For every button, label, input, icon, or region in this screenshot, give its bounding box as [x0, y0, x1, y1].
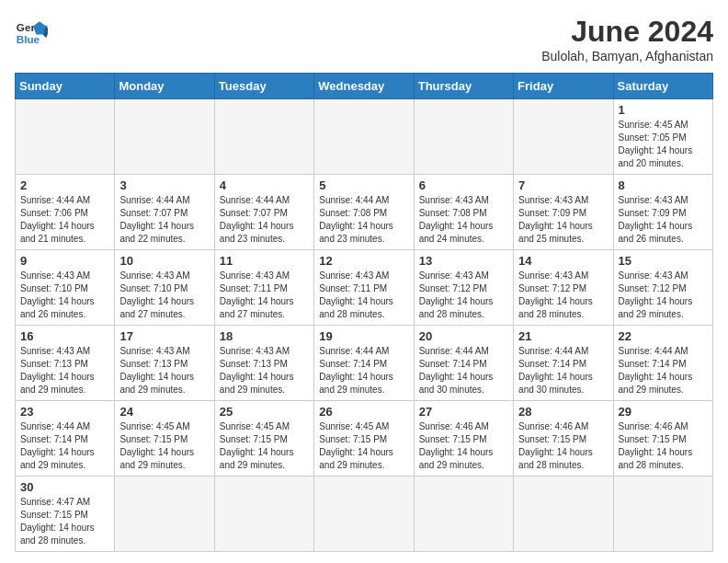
calendar-cell: 24Sunrise: 4:45 AM Sunset: 7:15 PM Dayli… — [115, 401, 214, 477]
calendar-row: 30Sunrise: 4:47 AM Sunset: 7:15 PM Dayli… — [16, 477, 713, 552]
calendar-cell: 17Sunrise: 4:43 AM Sunset: 7:13 PM Dayli… — [115, 326, 214, 401]
header-sunday: Sunday — [16, 74, 115, 99]
day-info: Sunrise: 4:46 AM Sunset: 7:15 PM Dayligh… — [518, 420, 608, 472]
calendar-cell: 21Sunrise: 4:44 AM Sunset: 7:14 PM Dayli… — [514, 326, 613, 401]
day-info: Sunrise: 4:44 AM Sunset: 7:08 PM Dayligh… — [319, 194, 408, 246]
calendar-cell: 9Sunrise: 4:43 AM Sunset: 7:10 PM Daylig… — [16, 250, 115, 326]
day-number: 29 — [619, 405, 708, 419]
day-info: Sunrise: 4:43 AM Sunset: 7:12 PM Dayligh… — [619, 270, 708, 321]
day-info: Sunrise: 4:43 AM Sunset: 7:13 PM Dayligh… — [20, 345, 109, 396]
calendar-cell: 4Sunrise: 4:44 AM Sunset: 7:07 PM Daylig… — [214, 175, 313, 250]
day-info: Sunrise: 4:43 AM Sunset: 7:12 PM Dayligh… — [419, 270, 508, 321]
calendar-cell: 22Sunrise: 4:44 AM Sunset: 7:14 PM Dayli… — [613, 326, 712, 401]
day-info: Sunrise: 4:45 AM Sunset: 7:15 PM Dayligh… — [220, 420, 309, 472]
header-saturday: Saturday — [613, 74, 712, 99]
title-block: June 2024 Bulolah, Bamyan, Afghanistan — [541, 15, 713, 63]
calendar-cell — [115, 477, 214, 552]
day-info: Sunrise: 4:43 AM Sunset: 7:08 PM Dayligh… — [419, 194, 508, 246]
day-info: Sunrise: 4:43 AM Sunset: 7:13 PM Dayligh… — [119, 345, 209, 396]
day-info: Sunrise: 4:44 AM Sunset: 7:07 PM Dayligh… — [220, 194, 309, 246]
day-number: 5 — [319, 178, 408, 192]
day-number: 19 — [319, 329, 408, 343]
calendar-cell: 14Sunrise: 4:43 AM Sunset: 7:12 PM Dayli… — [514, 250, 613, 326]
day-number: 30 — [20, 480, 109, 494]
calendar-row: 1Sunrise: 4:45 AM Sunset: 7:05 PM Daylig… — [16, 99, 713, 175]
day-info: Sunrise: 4:46 AM Sunset: 7:15 PM Dayligh… — [619, 420, 708, 472]
weekday-header-row: Sunday Monday Tuesday Wednesday Thursday… — [16, 74, 713, 99]
day-number: 4 — [220, 178, 309, 192]
header-monday: Monday — [115, 74, 214, 99]
calendar-cell: 7Sunrise: 4:43 AM Sunset: 7:09 PM Daylig… — [514, 175, 613, 250]
day-number: 15 — [619, 254, 708, 268]
calendar-subtitle: Bulolah, Bamyan, Afghanistan — [541, 49, 713, 63]
calendar-cell: 20Sunrise: 4:44 AM Sunset: 7:14 PM Dayli… — [414, 326, 513, 401]
calendar-cell: 5Sunrise: 4:44 AM Sunset: 7:08 PM Daylig… — [314, 175, 414, 250]
calendar-cell: 15Sunrise: 4:43 AM Sunset: 7:12 PM Dayli… — [613, 250, 712, 326]
day-number: 10 — [119, 254, 209, 268]
header-thursday: Thursday — [414, 74, 513, 99]
calendar-cell: 2Sunrise: 4:44 AM Sunset: 7:06 PM Daylig… — [16, 175, 115, 250]
calendar-cell — [214, 99, 313, 175]
day-number: 8 — [619, 178, 708, 192]
day-info: Sunrise: 4:46 AM Sunset: 7:15 PM Dayligh… — [419, 420, 508, 472]
day-number: 22 — [619, 329, 708, 343]
day-number: 13 — [419, 254, 508, 268]
day-info: Sunrise: 4:44 AM Sunset: 7:07 PM Dayligh… — [119, 194, 209, 246]
calendar-cell — [16, 99, 115, 175]
day-info: Sunrise: 4:44 AM Sunset: 7:14 PM Dayligh… — [20, 420, 109, 472]
calendar-cell: 30Sunrise: 4:47 AM Sunset: 7:15 PM Dayli… — [16, 477, 115, 552]
calendar-cell: 6Sunrise: 4:43 AM Sunset: 7:08 PM Daylig… — [414, 175, 513, 250]
day-number: 17 — [119, 329, 209, 343]
calendar-row: 9Sunrise: 4:43 AM Sunset: 7:10 PM Daylig… — [16, 250, 713, 326]
logo: General Blue — [15, 15, 48, 48]
calendar-row: 2Sunrise: 4:44 AM Sunset: 7:06 PM Daylig… — [16, 175, 713, 250]
logo-icon: General Blue — [15, 15, 48, 48]
day-number: 12 — [319, 254, 408, 268]
calendar-cell — [613, 477, 712, 552]
calendar-cell — [314, 99, 414, 175]
calendar-cell: 25Sunrise: 4:45 AM Sunset: 7:15 PM Dayli… — [214, 401, 313, 477]
day-number: 3 — [119, 178, 209, 192]
calendar-cell: 8Sunrise: 4:43 AM Sunset: 7:09 PM Daylig… — [613, 175, 712, 250]
calendar-table: Sunday Monday Tuesday Wednesday Thursday… — [15, 73, 713, 552]
calendar-row: 23Sunrise: 4:44 AM Sunset: 7:14 PM Dayli… — [16, 401, 713, 477]
day-number: 7 — [518, 178, 608, 192]
day-number: 26 — [319, 405, 408, 419]
calendar-cell: 12Sunrise: 4:43 AM Sunset: 7:11 PM Dayli… — [314, 250, 414, 326]
calendar-title: June 2024 — [541, 15, 713, 49]
day-info: Sunrise: 4:44 AM Sunset: 7:14 PM Dayligh… — [518, 345, 608, 396]
calendar-cell: 28Sunrise: 4:46 AM Sunset: 7:15 PM Dayli… — [514, 401, 613, 477]
day-number: 20 — [419, 329, 508, 343]
day-info: Sunrise: 4:43 AM Sunset: 7:11 PM Dayligh… — [319, 270, 408, 321]
day-number: 23 — [20, 405, 109, 419]
day-info: Sunrise: 4:43 AM Sunset: 7:10 PM Dayligh… — [119, 270, 209, 321]
calendar-row: 16Sunrise: 4:43 AM Sunset: 7:13 PM Dayli… — [16, 326, 713, 401]
day-info: Sunrise: 4:43 AM Sunset: 7:13 PM Dayligh… — [220, 345, 309, 396]
calendar-cell: 13Sunrise: 4:43 AM Sunset: 7:12 PM Dayli… — [414, 250, 513, 326]
header-wednesday: Wednesday — [314, 74, 414, 99]
day-number: 6 — [419, 178, 508, 192]
day-info: Sunrise: 4:44 AM Sunset: 7:06 PM Dayligh… — [20, 194, 109, 246]
calendar-cell: 18Sunrise: 4:43 AM Sunset: 7:13 PM Dayli… — [214, 326, 313, 401]
calendar-cell: 27Sunrise: 4:46 AM Sunset: 7:15 PM Dayli… — [414, 401, 513, 477]
calendar-cell — [414, 477, 513, 552]
calendar-cell: 26Sunrise: 4:45 AM Sunset: 7:15 PM Dayli… — [314, 401, 414, 477]
day-info: Sunrise: 4:43 AM Sunset: 7:09 PM Dayligh… — [518, 194, 608, 246]
day-number: 27 — [419, 405, 508, 419]
day-number: 24 — [119, 405, 209, 419]
calendar-cell: 10Sunrise: 4:43 AM Sunset: 7:10 PM Dayli… — [115, 250, 214, 326]
day-number: 1 — [619, 103, 708, 117]
calendar-cell — [414, 99, 513, 175]
calendar-cell: 1Sunrise: 4:45 AM Sunset: 7:05 PM Daylig… — [613, 99, 712, 175]
calendar-cell — [514, 477, 613, 552]
day-info: Sunrise: 4:44 AM Sunset: 7:14 PM Dayligh… — [319, 345, 408, 396]
day-number: 11 — [220, 254, 309, 268]
day-number: 16 — [20, 329, 109, 343]
calendar-cell — [314, 477, 414, 552]
day-number: 2 — [20, 178, 109, 192]
day-info: Sunrise: 4:43 AM Sunset: 7:10 PM Dayligh… — [20, 270, 109, 321]
day-number: 9 — [20, 254, 109, 268]
day-number: 25 — [220, 405, 309, 419]
day-info: Sunrise: 4:47 AM Sunset: 7:15 PM Dayligh… — [20, 496, 109, 547]
day-info: Sunrise: 4:44 AM Sunset: 7:14 PM Dayligh… — [619, 345, 708, 396]
